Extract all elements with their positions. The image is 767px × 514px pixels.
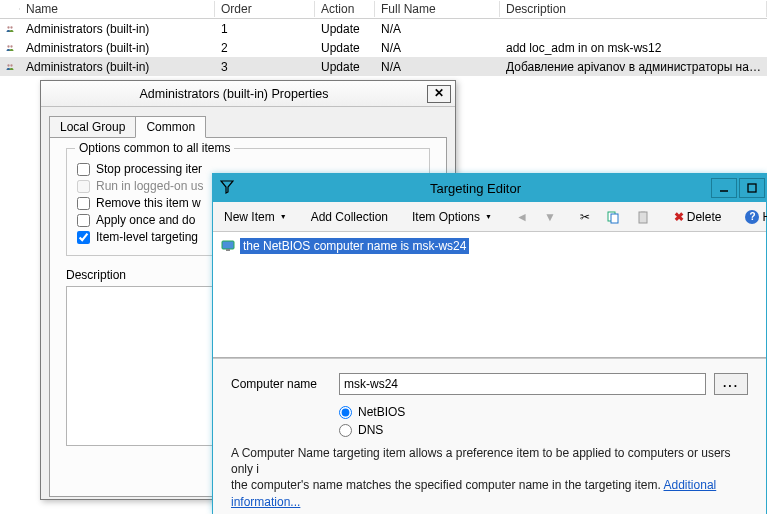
list-header: Name Order Action Full Name Description <box>0 0 767 19</box>
tree-item-label: the NetBIOS computer name is msk-ws24 <box>240 238 469 254</box>
col-header-order[interactable]: Order <box>215 1 315 17</box>
dialog-titlebar[interactable]: Administrators (built-in) Properties ✕ <box>41 81 455 107</box>
gpo-list: Name Order Action Full Name Description … <box>0 0 767 76</box>
svg-point-5 <box>10 64 12 66</box>
svg-point-2 <box>7 45 9 47</box>
col-header-action[interactable]: Action <box>315 1 375 17</box>
help-icon: ? <box>745 210 759 224</box>
move-down-button[interactable]: ▼ <box>537 206 563 228</box>
svg-rect-11 <box>641 211 645 213</box>
x-icon: ✖ <box>674 210 684 224</box>
maximize-button[interactable] <box>739 178 765 198</box>
te-titlebar[interactable]: Targeting Editor <box>213 174 766 202</box>
users-icon <box>6 60 14 74</box>
targeting-tree[interactable]: the NetBIOS computer name is msk-ws24 <box>213 232 766 358</box>
funnel-icon <box>213 180 241 197</box>
computer-icon <box>221 240 235 252</box>
move-up-button[interactable]: ◄ <box>509 206 535 228</box>
te-edit-panel: Computer name ... NetBIOS DNS A Computer… <box>213 358 766 514</box>
te-title: Targeting Editor <box>241 181 710 196</box>
svg-rect-13 <box>226 249 230 251</box>
item-options-button[interactable]: Item Options▼ <box>405 206 499 228</box>
users-icon <box>6 22 14 36</box>
col-header-fullname[interactable]: Full Name <box>375 1 500 17</box>
paste-button[interactable] <box>629 206 657 228</box>
users-icon <box>6 41 14 55</box>
close-button[interactable]: ✕ <box>427 85 451 103</box>
minimize-button[interactable] <box>711 178 737 198</box>
help-button[interactable]: ?Help <box>738 206 767 228</box>
new-item-button[interactable]: New Item▼ <box>217 206 294 228</box>
col-header-description[interactable]: Description <box>500 1 767 17</box>
svg-point-3 <box>10 45 12 47</box>
svg-rect-7 <box>748 184 756 192</box>
delete-button[interactable]: ✖Delete <box>667 206 729 228</box>
list-row[interactable]: Administrators (built-in) 2 Update N/A a… <box>0 38 767 57</box>
te-toolbar: New Item▼ Add Collection Item Options▼ ◄… <box>213 202 766 232</box>
dialog-title: Administrators (built-in) Properties <box>41 87 427 101</box>
svg-rect-12 <box>222 241 234 249</box>
add-collection-button[interactable]: Add Collection <box>304 206 395 228</box>
svg-point-0 <box>7 26 9 28</box>
cut-button[interactable]: ✂ <box>573 206 597 228</box>
te-description-text: A Computer Name targeting item allows a … <box>231 445 748 510</box>
tree-item-computer-name[interactable]: the NetBIOS computer name is msk-ws24 <box>221 238 469 254</box>
options-group-title: Options common to all items <box>75 141 234 155</box>
computer-name-label: Computer name <box>231 377 331 391</box>
browse-button[interactable]: ... <box>714 373 748 395</box>
targeting-editor-window: Targeting Editor New Item▼ Add Collectio… <box>212 173 767 514</box>
list-row[interactable]: Administrators (built-in) 1 Update N/A <box>0 19 767 38</box>
svg-rect-10 <box>639 212 647 223</box>
svg-point-1 <box>10 26 12 28</box>
radio-dns[interactable]: DNS <box>339 423 748 437</box>
copy-button[interactable] <box>599 206 627 228</box>
radio-netbios[interactable]: NetBIOS <box>339 405 748 419</box>
list-row[interactable]: Administrators (built-in) 3 Update N/A Д… <box>0 57 767 76</box>
svg-rect-9 <box>611 214 618 223</box>
col-header-name[interactable]: Name <box>20 1 215 17</box>
tab-local-group[interactable]: Local Group <box>49 116 136 138</box>
computer-name-input[interactable] <box>339 373 706 395</box>
svg-point-4 <box>7 64 9 66</box>
tab-common[interactable]: Common <box>135 116 206 138</box>
